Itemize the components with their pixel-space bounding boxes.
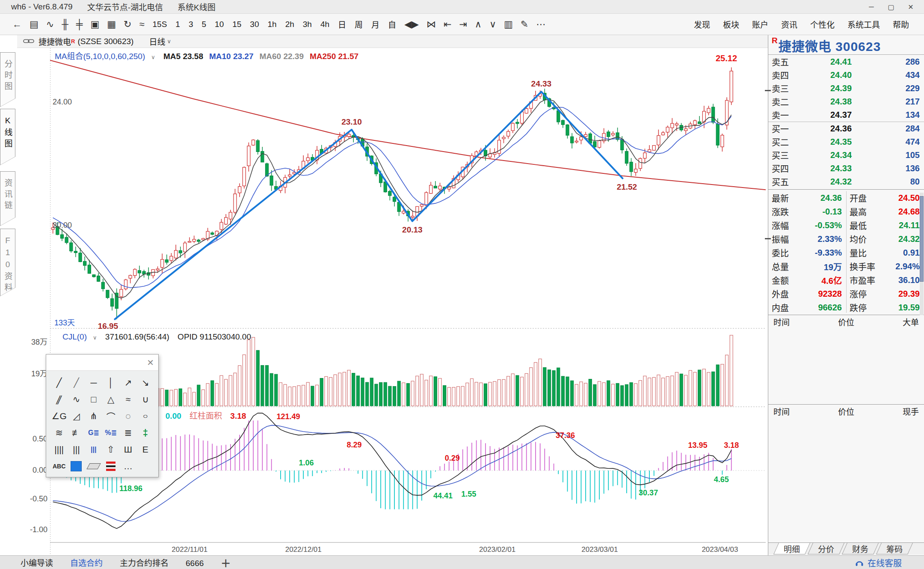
menu-系统工具[interactable]: 系统工具 [841,18,886,30]
tool-vertical-line[interactable]: │ [102,374,119,391]
tab-分价[interactable]: 分价 [808,543,844,554]
period-button-1[interactable]: 1 [171,20,184,29]
close-icon[interactable]: ✕ [147,357,154,368]
period-button-月[interactable]: 月 [367,18,384,30]
table-row[interactable]: 卖五24.41286 [768,55,924,69]
kline-chart-icon[interactable]: ╫ [58,19,72,30]
splitter-handle[interactable] [765,238,771,239]
menu-板块[interactable]: 板块 [717,18,746,30]
chevron-down-icon[interactable]: ∨ [167,38,171,45]
tool-text-tool[interactable]: ABC [50,458,68,474]
chevron-down-icon[interactable]: ∨ [93,334,97,341]
tool-trend-line[interactable]: ╱ [50,374,68,391]
save-icon[interactable]: ▦ [103,19,120,30]
period-button-30[interactable]: 30 [246,20,263,29]
period-button-15[interactable]: 15 [228,20,246,29]
period-selector[interactable]: 日线 [149,36,165,47]
period-button-5[interactable]: 5 [198,20,211,29]
tool-arc-u[interactable]: ∪ [137,391,154,408]
tool-time-lines[interactable]: ||| [68,441,85,458]
menu-资讯[interactable]: 资讯 [775,18,804,30]
more-icon[interactable]: ⋯ [532,19,549,30]
chart-symbol-name[interactable]: 捷捷微电 [38,36,71,47]
tool-parallel-lines[interactable]: ∥ [50,391,68,408]
tool-arrow-line[interactable]: ↘ [137,374,154,391]
table-row[interactable]: 买五24.3280 [768,175,924,188]
period-button-4h[interactable]: 4h [316,20,334,29]
tool-channel[interactable]: ≋ [50,424,68,441]
menu-发现[interactable]: 发现 [687,18,717,30]
splitter-handle[interactable] [765,90,771,91]
tool-clear-marks[interactable] [102,458,119,474]
statusbar-item-主力合约排名[interactable]: 主力合约排名 [120,559,169,568]
period-button-日[interactable]: 日 [334,18,350,30]
tool-e-marker[interactable]: E [137,441,154,458]
period-button-周[interactable]: 周 [350,18,367,30]
table-row[interactable]: 卖三24.39229 [768,82,924,95]
tool-angle-triangle[interactable]: ◿ [68,408,85,424]
table-row[interactable]: 卖二24.38217 [768,95,924,108]
tool-speed-lines[interactable]: ≣ [119,424,136,441]
tool-dashed-circle[interactable]: ◌ [119,408,136,424]
contrast-icon[interactable]: ◀▶ [400,19,423,30]
table-row[interactable]: 卖一24.37134 [768,108,924,122]
tool-gann-angle[interactable]: ∠G [50,408,68,424]
order-panel-icon[interactable]: ▥ [500,19,517,30]
tab-财务[interactable]: 财务 [842,543,879,554]
tool-ellipse[interactable]: ○ [137,408,154,424]
table-row[interactable]: 买三24.34105 [768,149,924,162]
ma-combo-label[interactable]: MA组合(5,10,0,0,60,250) [55,52,145,61]
tool-gann-grid[interactable]: ‡ [137,424,154,441]
period-button-1h[interactable]: 1h [264,20,281,29]
tool-fib-retracement[interactable]: %≣ [102,424,119,441]
tool-arrow-marker[interactable]: ⇧ [102,441,119,458]
minimize-button[interactable]: ─ [862,0,881,14]
maximize-button[interactable]: ▢ [881,0,901,14]
sidebar-tab-F10资料[interactable]: F10资料 [0,229,15,296]
tool-regression-channel[interactable]: ≢ [68,424,85,441]
tool-more-tools[interactable]: … [119,458,136,474]
statusbar-item-6666[interactable]: 6666 [186,559,204,568]
add-tab-button[interactable]: ＋ [221,555,231,569]
link-icon[interactable] [23,37,34,46]
tool-cycle-lines[interactable]: ||| [85,441,102,458]
ma-indicator-header[interactable]: MA组合(5,10,0,0,60,250)∨ MA5 23.58MA10 23.… [55,50,370,61]
tool-wave-line[interactable]: ≈ [119,391,136,408]
period-button-2h[interactable]: 2h [281,20,299,29]
page-right-icon[interactable]: ⇥ [455,19,471,30]
tool-eraser[interactable] [85,458,102,474]
tool-color-fill[interactable] [68,458,85,474]
period-button-3h[interactable]: 3h [299,20,316,29]
tool-fib-time-zones[interactable]: |||| [50,441,68,458]
sidebar-tab-资讯链[interactable]: 资讯链 [0,171,15,226]
tool-rectangle[interactable]: □ [85,391,102,408]
quote-board-icon[interactable]: ▤ [26,19,42,30]
period-button-15S[interactable]: 15S [148,20,172,29]
statusbar-item-小编导读[interactable]: 小编导读 [21,559,53,568]
time-chart-icon[interactable]: ∿ [42,19,58,30]
refresh-icon[interactable]: ↻ [120,19,135,30]
tool-arc[interactable]: ⌒ [102,408,119,424]
period-button-10[interactable]: 10 [210,20,228,29]
tool-triangle[interactable]: △ [102,391,119,408]
palette-title-bar[interactable]: ✕ [46,355,158,371]
close-button[interactable]: ✕ [901,0,921,14]
playback-icon[interactable]: ⋈ [423,19,440,30]
kline-edit-icon[interactable]: ╪ [72,19,87,30]
period-button-自[interactable]: 自 [384,18,400,30]
back-icon[interactable]: ← [9,19,26,30]
zoom-in-icon[interactable]: ∧ [471,19,486,30]
kline-chart-canvas[interactable]: 16.9523.1020.1324.3321.5225.12133天24.002… [50,48,766,555]
table-row[interactable]: 买二24.35474 [768,135,924,149]
tab-明细[interactable]: 明细 [773,543,810,554]
scrollbar-thumb[interactable] [920,196,924,282]
cjl-label[interactable]: CJL(0) [62,332,87,341]
tool-comb-marker[interactable]: Ш [119,441,136,458]
tool-pitchfork[interactable]: ⋔ [85,408,102,424]
sidebar-tab-K线图[interactable]: K线图 [0,109,15,165]
period-button-3[interactable]: 3 [184,20,198,29]
draw-mode-icon[interactable]: ✎ [517,19,532,30]
table-row[interactable]: 买一24.36284 [768,122,924,135]
statusbar-item-自选合约[interactable]: 自选合约 [70,559,103,568]
online-service-button[interactable]: 在线客服 [855,556,902,569]
